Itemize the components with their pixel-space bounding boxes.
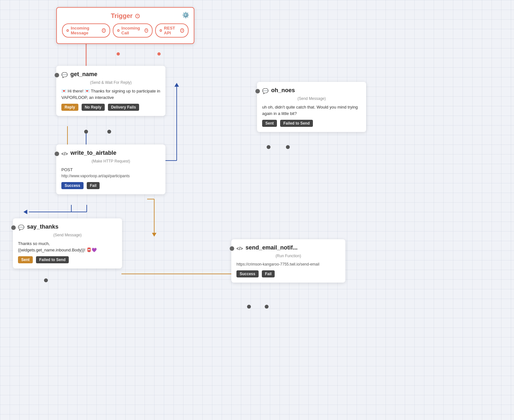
say-thanks-card: 💬 say_thanks (Send Message) Thanks so mu…: [13, 218, 122, 268]
svg-point-27: [265, 305, 269, 309]
rest-api-pill[interactable]: REST API ?: [155, 23, 189, 38]
incoming-message-help[interactable]: ?: [102, 28, 106, 33]
incoming-call-pill[interactable]: Incoming Call ?: [113, 23, 153, 38]
say-thanks-sent-tag[interactable]: Sent: [18, 256, 33, 263]
write-url: http://www.vaporloop.art/api/participant…: [61, 173, 160, 179]
write-body: POST http://www.vaporloop.art/api/partic…: [61, 167, 160, 179]
write-tags: Success Fail: [61, 182, 160, 189]
svg-point-25: [286, 145, 290, 149]
get-name-tags: Reply No Reply Delivery Fails: [61, 104, 160, 111]
svg-marker-20: [152, 233, 156, 237]
get-name-title: get_name: [70, 71, 97, 78]
oh-noes-card: 💬 oh_noes (Send Message) uh oh, didn't q…: [257, 82, 366, 132]
send-email-icon: </>: [236, 246, 243, 251]
pill-dot-2: [117, 29, 120, 32]
get-name-noreply-tag[interactable]: No Reply: [82, 104, 105, 111]
trigger-help-icon[interactable]: ?: [135, 14, 140, 18]
say-thanks-failedtosend-tag[interactable]: Failed to Send: [36, 256, 69, 263]
trigger-card: ⚙️ Trigger ? Incoming Message ? Incoming…: [56, 7, 194, 44]
send-email-success-tag[interactable]: Success: [236, 270, 259, 277]
pill-dot-1: [66, 29, 69, 32]
get-name-body: 💌 Hi there! 💌 Thanks for signing up to p…: [61, 88, 160, 101]
send-email-card: </> send_email_notif... (Run Function) h…: [231, 239, 345, 283]
svg-marker-13: [174, 83, 179, 87]
say-thanks-body: Thanks so much, {{widgets.get_name.inbou…: [18, 241, 117, 253]
ohnoes-icon: 💬: [262, 88, 269, 94]
ohnoes-subtitle: (Send Message): [262, 96, 361, 101]
get-name-icon: 💬: [61, 72, 68, 78]
ohnoes-input-dot: [255, 89, 260, 93]
write-airtable-card: </> write_to_airtable (Make HTTP Request…: [56, 144, 165, 194]
svg-point-9: [107, 130, 111, 134]
say-thanks-input-dot: [11, 225, 16, 230]
get-name-reply-tag[interactable]: Reply: [61, 104, 78, 111]
say-thanks-subtitle: (Send Message): [18, 233, 117, 237]
write-title: write_to_airtable: [70, 150, 116, 156]
write-input-dot: [55, 152, 59, 156]
svg-point-8: [84, 130, 88, 134]
trigger-title: Trigger ?: [62, 12, 189, 20]
rest-api-help[interactable]: ?: [180, 28, 184, 33]
say-thanks-icon: 💬: [18, 224, 24, 231]
trigger-pills-container: Incoming Message ? Incoming Call ? REST …: [62, 23, 189, 38]
get-name-card: 💬 get_name (Send & Wait For Reply) 💌 Hi …: [56, 66, 165, 116]
rest-api-label: REST API: [164, 26, 178, 35]
incoming-message-label: Incoming Message: [71, 26, 100, 35]
send-email-fail-tag[interactable]: Fail: [262, 270, 275, 277]
write-icon: </>: [61, 151, 68, 156]
svg-point-23: [44, 278, 48, 282]
say-thanks-title: say_thanks: [27, 223, 58, 230]
svg-point-3: [117, 52, 120, 56]
say-thanks-tags: Sent Failed to Send: [18, 256, 117, 263]
trigger-gear-icon[interactable]: ⚙️: [182, 12, 189, 19]
write-method: POST: [61, 167, 160, 173]
get-name-deliveryfails-tag[interactable]: Delivery Fails: [108, 104, 139, 111]
incoming-message-pill[interactable]: Incoming Message ?: [62, 23, 110, 38]
ohnoes-title: oh_noes: [271, 87, 295, 94]
trigger-title-text: Trigger: [111, 12, 133, 20]
send-email-subtitle: (Run Function): [236, 254, 340, 258]
get-name-subtitle: (Send & Wait For Reply): [61, 80, 160, 85]
svg-point-24: [267, 145, 270, 149]
send-email-body: https://crimson-kangaroo-7755.twil.io/se…: [236, 261, 340, 267]
ohnoes-sent-tag[interactable]: Sent: [262, 120, 277, 127]
send-email-title: send_email_notif...: [245, 244, 297, 251]
write-fail-tag[interactable]: Fail: [87, 182, 100, 189]
svg-point-4: [157, 52, 161, 56]
svg-marker-16: [23, 210, 27, 214]
svg-point-26: [247, 305, 251, 309]
ohnoes-failedtosend-tag[interactable]: Failed to Send: [280, 120, 313, 127]
pill-dot-3: [160, 29, 162, 32]
write-subtitle: (Make HTTP Request): [61, 159, 160, 163]
incoming-call-help[interactable]: ?: [145, 28, 148, 33]
send-email-tags: Success Fail: [236, 270, 340, 277]
incoming-call-label: Incoming Call: [121, 26, 143, 35]
ohnoes-tags: Sent Failed to Send: [262, 120, 361, 127]
get-name-input-dot: [55, 73, 59, 77]
write-success-tag[interactable]: Success: [61, 182, 84, 189]
send-email-input-dot: [230, 246, 234, 251]
ohnoes-body: uh oh, didn't quite catch that. Would yo…: [262, 104, 361, 117]
